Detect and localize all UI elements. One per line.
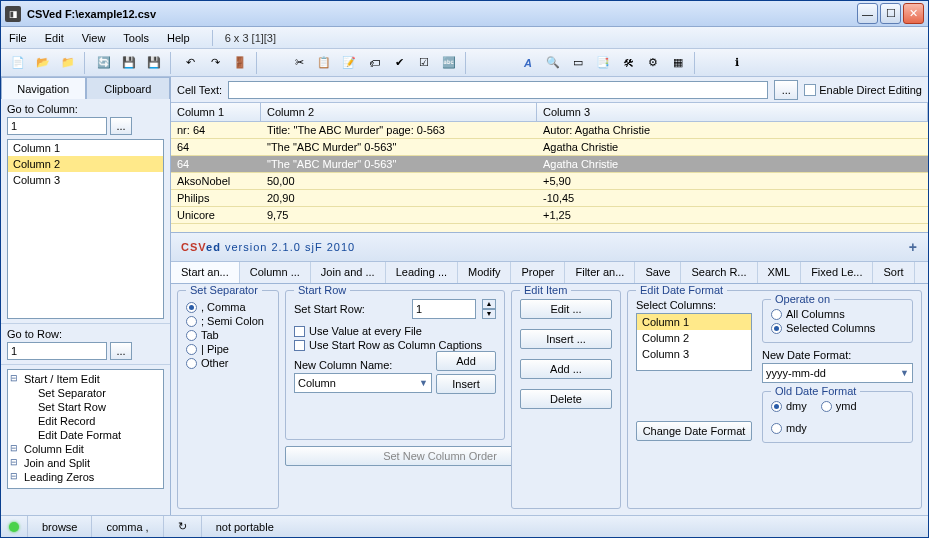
column-list-item[interactable]: Column 3 — [8, 172, 163, 188]
info-icon[interactable]: ℹ — [726, 52, 748, 74]
apply-icon[interactable]: ✔ — [388, 52, 410, 74]
menu-view[interactable]: View — [78, 30, 110, 46]
form-icon[interactable]: ▭ — [567, 52, 589, 74]
celltext-input[interactable] — [228, 81, 768, 99]
select-columns-list[interactable]: Column 1Column 2Column 3 — [636, 313, 752, 371]
operate-radio[interactable]: All Columns — [771, 308, 904, 320]
use-startrow-captions[interactable]: Use Start Row as Column Captions — [294, 339, 496, 351]
app-icon: ◨ — [5, 6, 21, 22]
paste-icon[interactable]: 📝 — [338, 52, 360, 74]
table-row[interactable]: Philips20,90-10,45 — [171, 190, 928, 207]
table-row[interactable]: Unicore9,75+1,25 — [171, 207, 928, 224]
undo-icon[interactable]: ↶ — [179, 52, 201, 74]
lower-tab[interactable]: Join and ... — [311, 262, 386, 283]
expand-icon[interactable]: + — [909, 239, 918, 255]
change-date-button[interactable]: Change Date Format — [636, 421, 752, 441]
check-icon[interactable]: ☑ — [413, 52, 435, 74]
lower-tab[interactable]: XML — [758, 262, 802, 283]
lower-tab[interactable]: Start an... — [171, 262, 240, 284]
add-button[interactable]: Add ... — [520, 359, 612, 379]
tab-clipboard[interactable]: Clipboard — [86, 77, 171, 99]
tools-icon[interactable]: 🛠 — [617, 52, 639, 74]
lower-tab[interactable]: Leading ... — [386, 262, 458, 283]
lower-tab[interactable]: Column ... — [240, 262, 311, 283]
separator-radio[interactable]: | Pipe — [186, 343, 270, 355]
goto-column-button[interactable]: ... — [110, 117, 132, 135]
exit-icon[interactable]: 🚪 — [229, 52, 251, 74]
oldfmt-radio[interactable]: mdy — [771, 422, 807, 434]
goto-column-input[interactable] — [7, 117, 107, 135]
insert-button[interactable]: Insert ... — [520, 329, 612, 349]
refresh-icon[interactable]: 🔄 — [93, 52, 115, 74]
edit-button[interactable]: Edit ... — [520, 299, 612, 319]
goto-row-button[interactable]: ... — [110, 342, 132, 360]
use-value-every-file[interactable]: Use Value at every File — [294, 325, 496, 337]
rename-icon[interactable]: 🏷 — [363, 52, 385, 74]
redo-icon[interactable]: ↷ — [204, 52, 226, 74]
operate-radio[interactable]: Selected Columns — [771, 322, 904, 334]
lower-tab[interactable]: Filter an... — [565, 262, 635, 283]
gear-icon[interactable]: ⚙ — [642, 52, 664, 74]
menu-tools[interactable]: Tools — [119, 30, 153, 46]
old-date-group: Old Date Format dmyymdmdy — [762, 391, 913, 443]
doc-icon[interactable]: 📑 — [592, 52, 614, 74]
search-icon[interactable]: 🔍 — [542, 52, 564, 74]
enable-direct-editing[interactable]: Enable Direct Editing — [804, 84, 922, 96]
ab-icon[interactable]: 🔤 — [438, 52, 460, 74]
table-row[interactable]: AksoNobel50,00+5,90 — [171, 173, 928, 190]
separator-radio[interactable]: Tab — [186, 329, 270, 341]
data-grid[interactable]: Column 1 Column 2 Column 3 nr: 64Title: … — [171, 103, 928, 233]
status-portable: not portable — [201, 516, 288, 537]
new-icon[interactable]: 📄 — [7, 52, 29, 74]
grid-header[interactable]: Column 3 — [537, 103, 928, 121]
menu-file[interactable]: File — [5, 30, 31, 46]
cut-icon[interactable]: ✂ — [288, 52, 310, 74]
maximize-button[interactable]: ☐ — [880, 3, 901, 24]
column-list-item[interactable]: Column 2 — [8, 156, 163, 172]
statusbar: browse comma , ↻ not portable — [1, 515, 928, 537]
copy-icon[interactable]: 📋 — [313, 52, 335, 74]
new-column-select[interactable]: Column▼ — [294, 373, 432, 393]
goto-row-input[interactable] — [7, 342, 107, 360]
spinner-down[interactable]: ▼ — [482, 309, 496, 319]
tab-navigation[interactable]: Navigation — [1, 77, 86, 99]
close-button[interactable]: ✕ — [903, 3, 924, 24]
table-row[interactable]: 64"The "ABC Murder" 0-563"Agatha Christi… — [171, 156, 928, 173]
add-column-button[interactable]: Add — [436, 351, 496, 371]
oldfmt-radio[interactable]: dmy — [771, 400, 807, 412]
open-icon[interactable]: 📂 — [32, 52, 54, 74]
lower-tab[interactable]: Sort — [873, 262, 914, 283]
insert-column-button[interactable]: Insert — [436, 374, 496, 394]
separator-radio[interactable]: , Comma — [186, 301, 270, 313]
lower-tab[interactable]: Fixed Le... — [801, 262, 873, 283]
grid-icon[interactable]: ▦ — [667, 52, 689, 74]
saveas-icon[interactable]: 💾 — [143, 52, 165, 74]
new-date-select[interactable]: yyyy-mm-dd▼ — [762, 363, 913, 383]
grid-header[interactable]: Column 2 — [261, 103, 537, 121]
lower-tab[interactable]: Proper — [511, 262, 565, 283]
start-row-input[interactable] — [412, 299, 476, 319]
minimize-button[interactable]: — — [857, 3, 878, 24]
lower-tab[interactable]: Modify — [458, 262, 511, 283]
menu-help[interactable]: Help — [163, 30, 194, 46]
menu-edit[interactable]: Edit — [41, 30, 68, 46]
celltext-button[interactable]: ... — [774, 80, 798, 100]
font-icon[interactable]: A — [517, 52, 539, 74]
tree-view[interactable]: Start / Item EditSet SeparatorSet Start … — [7, 369, 164, 489]
save-icon[interactable]: 💾 — [118, 52, 140, 74]
separator-radio[interactable]: Other — [186, 357, 270, 369]
oldfmt-radio[interactable]: ymd — [821, 400, 857, 412]
table-row[interactable]: 64"The "ABC Murder" 0-563"Agatha Christi… — [171, 139, 928, 156]
open2-icon[interactable]: 📁 — [57, 52, 79, 74]
edit-item-group: Edit Item Edit ... Insert ... Add ... De… — [511, 290, 621, 509]
column-list-item[interactable]: Column 1 — [8, 140, 163, 156]
grid-header[interactable]: Column 1 — [171, 103, 261, 121]
lower-tab[interactable]: Save — [635, 262, 681, 283]
delete-button[interactable]: Delete — [520, 389, 612, 409]
date-format-group: Edit Date Format Select Columns: Column … — [627, 290, 922, 509]
table-row[interactable]: nr: 64Title: "The ABC Murder" page: 0-56… — [171, 122, 928, 139]
spinner-up[interactable]: ▲ — [482, 299, 496, 309]
column-list[interactable]: Column 1Column 2Column 3 — [7, 139, 164, 319]
separator-radio[interactable]: ; Semi Colon — [186, 315, 270, 327]
lower-tab[interactable]: Search R... — [681, 262, 757, 283]
